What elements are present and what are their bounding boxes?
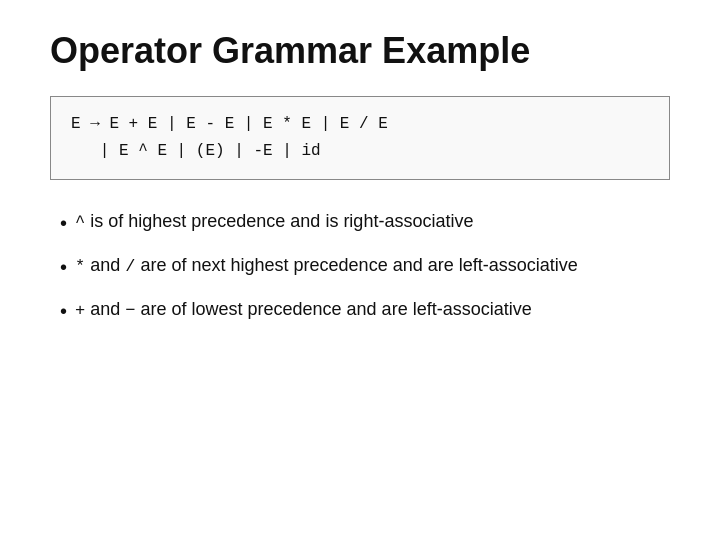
bullet-item-1: • ^ is of highest precedence and is righ…: [60, 208, 670, 238]
page-container: Operator Grammar Example E → E + E | E -…: [0, 0, 720, 540]
bullet-3-code-minus: −: [125, 301, 135, 320]
bullet-text-3: + and − are of lowest precedence and are…: [75, 296, 532, 324]
page-title: Operator Grammar Example: [50, 30, 670, 72]
grammar-box: E → E + E | E - E | E * E | E / E | E ^ …: [50, 96, 670, 180]
bullet-dot-1: •: [60, 209, 67, 238]
bullets-list: • ^ is of highest precedence and is righ…: [60, 208, 670, 326]
grammar-line-1: E → E + E | E - E | E * E | E / E: [71, 111, 649, 138]
grammar-line-2: | E ^ E | (E) | -E | id: [71, 138, 649, 165]
bullet-2-code: *: [75, 257, 85, 276]
bullet-text-2: * and / are of next highest precedence a…: [75, 252, 578, 280]
bullet-1-code: ^: [75, 213, 85, 232]
bullet-3-code-plus: +: [75, 301, 85, 320]
bullet-item-2: • * and / are of next highest precedence…: [60, 252, 670, 282]
bullet-2-code-slash: /: [125, 257, 135, 276]
bullet-text-1: ^ is of highest precedence and is right-…: [75, 208, 473, 236]
bullet-dot-3: •: [60, 297, 67, 326]
bullet-dot-2: •: [60, 253, 67, 282]
bullet-item-3: • + and − are of lowest precedence and a…: [60, 296, 670, 326]
